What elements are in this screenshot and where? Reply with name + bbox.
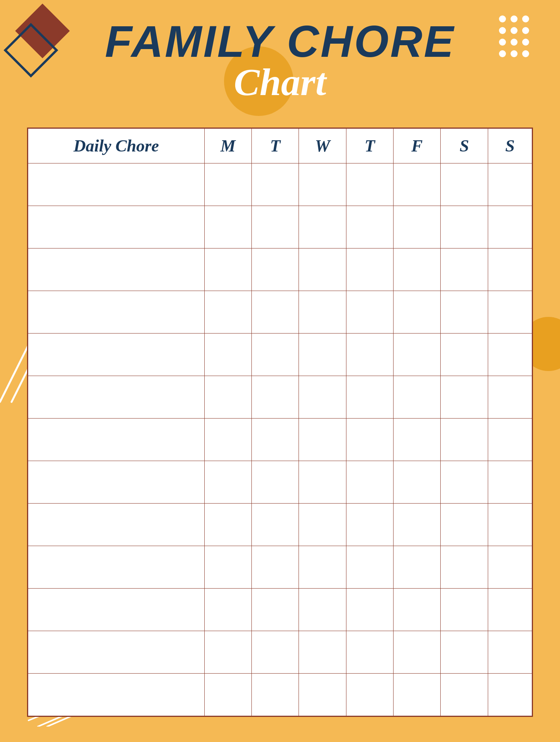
day-cell — [488, 504, 532, 546]
day-header-mon: M — [204, 129, 251, 163]
day-cell — [488, 376, 532, 419]
day-cell — [299, 334, 346, 376]
day-header-sun: S — [488, 129, 532, 163]
table-row — [28, 546, 532, 589]
table-row — [28, 206, 532, 248]
day-cell — [346, 248, 393, 291]
day-cell — [394, 589, 441, 631]
day-cell — [204, 291, 251, 334]
day-cell — [488, 206, 532, 248]
title-chart: Chart — [0, 60, 560, 104]
day-cell — [441, 631, 488, 674]
day-cell — [346, 419, 393, 461]
day-cell — [394, 419, 441, 461]
day-cell — [299, 546, 346, 589]
day-cell — [488, 163, 532, 206]
day-cell — [488, 461, 532, 504]
day-header-sat: S — [441, 129, 488, 163]
day-cell — [441, 674, 488, 716]
chore-cell — [28, 504, 205, 546]
day-cell — [441, 163, 488, 206]
day-cell — [252, 631, 299, 674]
day-cell — [204, 419, 251, 461]
day-cell — [394, 631, 441, 674]
day-header-fri: F — [394, 129, 441, 163]
day-cell — [488, 419, 532, 461]
day-cell — [394, 291, 441, 334]
chore-cell — [28, 546, 205, 589]
day-cell — [394, 334, 441, 376]
day-cell — [252, 504, 299, 546]
day-cell — [394, 504, 441, 546]
day-cell — [394, 674, 441, 716]
chore-cell — [28, 461, 205, 504]
day-header-tue: T — [252, 129, 299, 163]
day-cell — [346, 504, 393, 546]
day-cell — [488, 631, 532, 674]
chore-cell — [28, 334, 205, 376]
day-cell — [441, 504, 488, 546]
day-cell — [299, 674, 346, 716]
day-cell — [346, 206, 393, 248]
day-cell — [252, 461, 299, 504]
chore-table-container: Daily Chore M T W T F S S — [27, 128, 533, 717]
day-cell — [252, 589, 299, 631]
day-cell — [488, 546, 532, 589]
day-cell — [299, 163, 346, 206]
day-cell — [346, 589, 393, 631]
day-cell — [252, 248, 299, 291]
chore-cell — [28, 674, 205, 716]
day-cell — [299, 631, 346, 674]
day-cell — [441, 546, 488, 589]
day-cell — [394, 546, 441, 589]
day-cell — [252, 674, 299, 716]
chore-cell — [28, 248, 205, 291]
day-cell — [441, 376, 488, 419]
day-header-wed: W — [299, 129, 346, 163]
day-cell — [394, 163, 441, 206]
day-cell — [488, 334, 532, 376]
daily-chore-header: Daily Chore — [28, 129, 205, 163]
chore-cell — [28, 163, 205, 206]
day-cell — [204, 504, 251, 546]
day-cell — [488, 674, 532, 716]
day-cell — [299, 589, 346, 631]
day-cell — [252, 334, 299, 376]
chore-table: Daily Chore M T W T F S S — [28, 128, 532, 716]
table-row — [28, 589, 532, 631]
day-cell — [346, 376, 393, 419]
day-cell — [441, 461, 488, 504]
day-cell — [441, 206, 488, 248]
table-row — [28, 674, 532, 716]
table-row — [28, 291, 532, 334]
day-cell — [204, 461, 251, 504]
day-cell — [252, 163, 299, 206]
day-cell — [204, 589, 251, 631]
title-family-chore: FAMILY CHORE — [0, 19, 560, 64]
table-row — [28, 376, 532, 419]
day-header-thu: T — [346, 129, 393, 163]
day-cell — [346, 546, 393, 589]
table-row — [28, 504, 532, 546]
day-cell — [252, 546, 299, 589]
day-cell — [204, 248, 251, 291]
day-cell — [441, 291, 488, 334]
day-cell — [299, 504, 346, 546]
day-cell — [204, 631, 251, 674]
day-cell — [394, 461, 441, 504]
day-cell — [488, 248, 532, 291]
day-cell — [204, 546, 251, 589]
day-cell — [488, 589, 532, 631]
day-cell — [346, 461, 393, 504]
day-cell — [346, 334, 393, 376]
day-cell — [299, 206, 346, 248]
table-header-row: Daily Chore M T W T F S S — [28, 129, 532, 163]
chore-cell — [28, 631, 205, 674]
chore-cell — [28, 419, 205, 461]
day-cell — [204, 206, 251, 248]
day-cell — [252, 291, 299, 334]
day-cell — [204, 376, 251, 419]
chore-cell — [28, 291, 205, 334]
day-cell — [299, 461, 346, 504]
chore-cell — [28, 376, 205, 419]
